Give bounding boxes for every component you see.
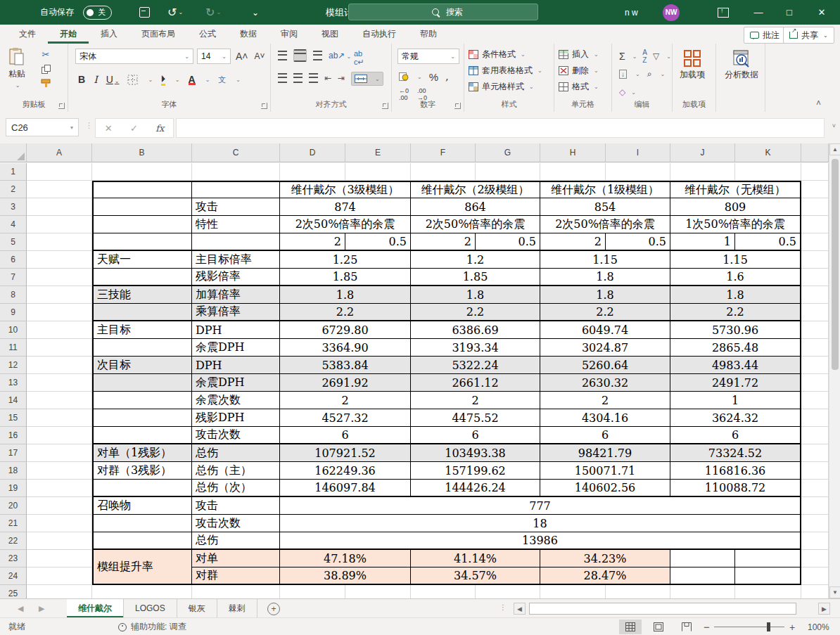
cell-F17[interactable]: 103493.38 [411, 444, 540, 462]
cell-B8[interactable]: 三技能 [92, 286, 192, 304]
sheet-tab-银灰[interactable]: 银灰 [177, 599, 217, 617]
increase-font-icon[interactable]: A˄ [236, 51, 248, 62]
cell-D13[interactable]: 2691.92 [280, 374, 411, 392]
close-button[interactable]: ✕ [806, 0, 837, 25]
cell-B18[interactable]: 对群（3残影） [92, 462, 192, 480]
cell-B10[interactable]: 主目标 [92, 321, 192, 339]
cell-H16[interactable]: 6 [540, 427, 670, 444]
align-left-icon[interactable] [278, 73, 287, 83]
row-header-16[interactable]: 16 [0, 427, 27, 444]
cell-B16[interactable] [92, 427, 192, 444]
cell-B22[interactable] [92, 532, 192, 550]
column-header-H[interactable]: H [540, 143, 606, 162]
cell-D4[interactable]: 2次50%倍率的余震 [280, 216, 411, 233]
decrease-indent-icon[interactable]: ⇤ [324, 73, 331, 83]
row-header-3[interactable]: 3 [0, 198, 27, 216]
row-header-19[interactable]: 19 [0, 480, 27, 497]
cell-F19[interactable]: 144426.24 [411, 480, 540, 497]
cell-J12[interactable]: 4983.44 [670, 357, 801, 374]
cell-H6[interactable]: 1.15 [540, 251, 670, 269]
horizontal-scroll-thumb[interactable] [529, 603, 796, 615]
cell-C24[interactable]: 对群 [192, 567, 280, 585]
cell-J10[interactable]: 5730.96 [670, 321, 801, 339]
cell-C18[interactable]: 总伤（主） [192, 462, 280, 480]
row-header-10[interactable]: 10 [0, 321, 27, 339]
style-button-套用表格格式[interactable]: 套用表格格式⌄ [469, 65, 542, 77]
save-button[interactable] [139, 0, 150, 25]
column-header-A[interactable]: A [27, 143, 92, 162]
row-header-5[interactable]: 5 [0, 233, 27, 251]
zoom-level[interactable]: 100% [808, 618, 829, 635]
confirm-entry-icon[interactable]: ✓ [130, 123, 138, 134]
cell-F13[interactable]: 2661.12 [411, 374, 540, 392]
minimize-button[interactable]: — [743, 0, 774, 25]
merge-center-icon[interactable] [355, 75, 367, 83]
cell-J9[interactable]: 2.2 [670, 304, 801, 321]
row-header-22[interactable]: 22 [0, 532, 27, 550]
cell-B6[interactable]: 天赋一 [92, 251, 192, 269]
cell-C8[interactable]: 加算倍率 [192, 286, 280, 304]
cell-B3[interactable] [92, 198, 192, 216]
cell-C4[interactable]: 特性 [192, 216, 280, 233]
cell-B14[interactable] [92, 392, 192, 409]
cell-H8[interactable]: 1.8 [540, 286, 670, 304]
font-name-select[interactable]: 宋体⌄ [75, 49, 193, 64]
percent-style-icon[interactable]: % [429, 71, 438, 83]
cell-B9[interactable] [92, 304, 192, 321]
zoom-out-icon[interactable]: − [704, 618, 710, 635]
cell-F12[interactable]: 5322.24 [411, 357, 540, 374]
cell-F15[interactable]: 4475.52 [411, 409, 540, 427]
scroll-up-icon[interactable]: ▲ [829, 143, 840, 155]
cell-H19[interactable]: 140602.56 [540, 480, 670, 497]
addins-button[interactable]: 加载项 [678, 49, 706, 80]
cell-H15[interactable]: 4304.16 [540, 409, 670, 427]
cell-D19[interactable]: 146097.84 [280, 480, 411, 497]
alignment-dialog-launcher[interactable] [382, 103, 388, 109]
redo-button[interactable]: ↻⌄ [205, 0, 221, 25]
cell-D2[interactable]: 维什戴尔（3级模组） [280, 181, 411, 198]
quick-access-menu-icon[interactable]: ⌄ [252, 0, 259, 25]
cell-D12[interactable]: 5383.84 [280, 357, 411, 374]
cell-H18[interactable]: 150071.71 [540, 462, 670, 480]
align-right-icon[interactable] [309, 73, 318, 83]
fill-color-icon[interactable]: 🞂︎ [161, 73, 165, 86]
style-button-条件格式[interactable]: 条件格式⌄ [469, 49, 542, 60]
cell-C20[interactable]: 攻击 [192, 497, 280, 515]
column-header-F[interactable]: F [411, 143, 476, 162]
align-center-icon[interactable] [293, 73, 303, 83]
cell-H12[interactable]: 5260.64 [540, 357, 670, 374]
cell-J24[interactable] [670, 567, 735, 585]
cell-D8[interactable]: 1.8 [280, 286, 411, 304]
fill-down-icon[interactable]: ↓ [619, 70, 627, 79]
ribbon-tab-审阅[interactable]: 审阅 [269, 25, 310, 44]
cell-J15[interactable]: 3624.32 [670, 409, 801, 427]
decrease-font-icon[interactable]: A˅ [255, 51, 265, 61]
cell-D22[interactable]: 13986 [280, 532, 801, 550]
cell-C11[interactable]: 余震DPH [192, 339, 280, 357]
cell-B19[interactable] [92, 480, 192, 497]
cell-D24[interactable]: 38.89% [280, 567, 411, 585]
autosave-toggle[interactable]: 关 [83, 0, 112, 25]
cell-J4[interactable]: 1次50%倍率的余震 [670, 216, 801, 233]
sheet-nav-prev-icon[interactable]: ◀ [18, 604, 23, 613]
vertical-scroll-thumb[interactable] [832, 159, 839, 370]
comma-style-icon[interactable]: , [445, 70, 449, 83]
cell-C23[interactable]: 对单 [192, 550, 280, 567]
cell-I5[interactable]: 0.5 [606, 233, 670, 251]
cell-H9[interactable]: 2.2 [540, 304, 670, 321]
cell-C22[interactable]: 总伤 [192, 532, 280, 550]
row-header-12[interactable]: 12 [0, 357, 27, 374]
cell-H17[interactable]: 98421.79 [540, 444, 670, 462]
cell-C10[interactable]: DPH [192, 321, 280, 339]
cell-H10[interactable]: 6049.74 [540, 321, 670, 339]
row-header-17[interactable]: 17 [0, 444, 27, 462]
cell-B15[interactable] [92, 409, 192, 427]
ribbon-tab-插入[interactable]: 插入 [89, 25, 129, 44]
cell-D6[interactable]: 1.25 [280, 251, 411, 269]
cell-B20[interactable]: 召唤物 [92, 497, 192, 515]
cell-B23[interactable]: 模组提升率 [92, 550, 192, 585]
cell-K24[interactable] [735, 567, 801, 585]
cell-C6[interactable]: 主目标倍率 [192, 251, 280, 269]
cell-J19[interactable]: 110088.72 [670, 480, 801, 497]
paste-button[interactable]: 粘贴⌄ [8, 48, 25, 89]
